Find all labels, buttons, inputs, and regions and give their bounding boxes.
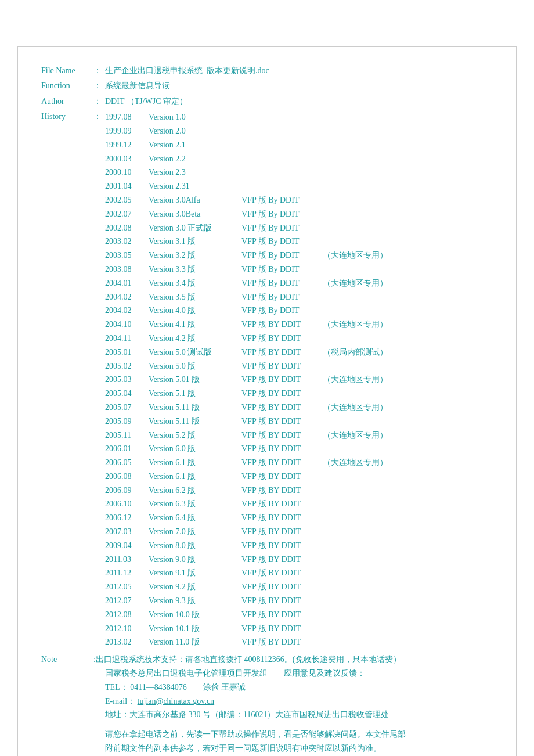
history-entry-date: 1999.09 (105, 124, 149, 138)
history-entry-version: Version 11.0 版 (149, 635, 241, 649)
history-entry-tech: VFP 版 By DDIT (241, 290, 323, 304)
note-reminder1: 请您在拿起电话之前，先读一下帮助或操作说明，看是否能够解决问题。本文件尾部 (105, 728, 493, 741)
history-entry-tech: VFP 版 BY DDIT (241, 456, 323, 470)
history-entry-tech: VFP 版 BY DDIT (241, 566, 323, 580)
history-entry-date: 2012.08 (105, 608, 149, 622)
history-entry-tech: VFP 版 BY DDIT (241, 359, 323, 373)
history-entry: 2004.11Version 4.2 版VFP 版 BY DDIT (105, 332, 388, 345)
history-entry-note: （大连地区专用） (323, 249, 388, 262)
history-entry-date: 2006.05 (105, 456, 149, 470)
history-entry-tech: VFP 版 BY DDIT (241, 622, 323, 636)
history-entry-date: 2006.12 (105, 511, 149, 525)
history-entry-tech: VFP 版 BY DDIT (241, 345, 323, 359)
note-tel-value: 0411—84384076 (130, 683, 186, 692)
history-entry: 2009.04Version 8.0 版VFP 版 BY DDIT (105, 539, 388, 553)
history-entry-version: Version 5.1 版 (149, 387, 241, 401)
history-entry-version: Version 10.0 版 (149, 608, 241, 622)
history-entry-version: Version 4.2 版 (149, 332, 241, 345)
document-container: File Name ： 生产企业出口退税申报系统_版本更新说明.doc Func… (17, 46, 517, 756)
history-entry: 2004.01Version 3.4 版VFP 版 By DDIT（大连地区专用… (105, 276, 388, 290)
history-entry: 2013.02Version 11.0 版VFP 版 BY DDIT (105, 635, 388, 649)
history-entry-version: Version 5.0 测试版 (149, 345, 241, 359)
author-label: Author (41, 95, 93, 108)
history-entry: 2005.01Version 5.0 测试版VFP 版 BY DDIT（税局内部… (105, 345, 388, 359)
history-entry: 2005.04Version 5.1 版VFP 版 BY DDIT (105, 387, 388, 401)
history-entry-date: 2003.02 (105, 235, 149, 249)
history-colon: ： (93, 110, 105, 649)
history-entry-tech: VFP 版 BY DDIT (241, 332, 323, 345)
history-entry-version: Version 2.31 (149, 179, 241, 193)
history-entry: 2003.02Version 3.1 版VFP 版 By DDIT (105, 235, 388, 249)
history-entry-version: Version 5.01 版 (149, 373, 241, 387)
history-entry-note: （大连地区专用） (323, 456, 388, 470)
history-entry-date: 2004.01 (105, 276, 149, 290)
history-entry-version: Version 3.2 版 (149, 249, 241, 262)
history-entry: 2003.08Version 3.3 版VFP 版 By DDIT (105, 262, 388, 276)
history-entry-date: 2006.09 (105, 484, 149, 498)
note-blank (105, 722, 493, 728)
history-entry-version: Version 2.2 (149, 152, 241, 166)
history-entry: 2006.05Version 6.1 版VFP 版 BY DDIT（大连地区专用… (105, 456, 388, 470)
history-row: History ： 1997.08Version 1.01999.09Versi… (41, 110, 493, 649)
history-entry-version: Version 3.0Beta (149, 207, 241, 221)
history-entry-date: 2002.08 (105, 221, 149, 235)
history-entry-date: 2012.07 (105, 594, 149, 608)
filename-value: 生产企业出口退税申报系统_版本更新说明.doc (105, 64, 493, 77)
history-entry-version: Version 6.0 版 (149, 442, 241, 456)
note-address: 地址：大连市高尔基路 330 号（邮编：116021）大连市国税局进出口税收管理… (105, 708, 493, 722)
note-email-link[interactable]: tujian@chinatax.gov.cn (138, 697, 215, 705)
note-line2: 国家税务总局出口退税电子化管理项目开发组——应用意见及建议反馈： (105, 667, 493, 681)
note-tel-label: TEL： (105, 683, 128, 692)
history-entry-date: 2009.04 (105, 539, 149, 553)
function-colon: ： (93, 80, 105, 92)
history-entry: 2012.10Version 10.1 版VFP 版 BY DDIT (105, 622, 388, 636)
history-entry: 2011.12Version 9.1 版VFP 版 BY DDIT (105, 566, 388, 580)
history-entry-date: 2003.05 (105, 249, 149, 262)
history-entry-date: 2007.03 (105, 525, 149, 539)
history-entry: 1999.12Version 2.1 (105, 138, 388, 152)
history-entry: 2004.02Version 3.5 版VFP 版 By DDIT (105, 290, 388, 304)
history-entry-date: 2005.09 (105, 415, 149, 429)
history-entry-version: Version 3.0 正式版 (149, 221, 241, 235)
history-entry-tech: VFP 版 BY DDIT (241, 318, 323, 332)
history-entry-version: Version 3.3 版 (149, 262, 241, 276)
author-colon: ： (93, 95, 105, 108)
history-entry-date: 2004.02 (105, 290, 149, 304)
history-entry-date: 2004.02 (105, 304, 149, 318)
history-entry-version: Version 5.11 版 (149, 415, 241, 429)
history-entries: 1997.08Version 1.01999.09Version 2.01999… (105, 110, 388, 649)
history-entry-version: Version 3.4 版 (149, 276, 241, 290)
history-entry-tech: VFP 版 BY DDIT (241, 429, 323, 442)
history-entry-date: 2000.03 (105, 152, 149, 166)
history-entry-date: 2011.03 (105, 553, 149, 567)
history-entry-tech: VFP 版 BY DDIT (241, 525, 323, 539)
history-entry-date: 2005.07 (105, 401, 149, 415)
history-entry-date: 2006.08 (105, 470, 149, 484)
history-entry-date: 2004.11 (105, 332, 149, 345)
history-entry-date: 2013.02 (105, 635, 149, 649)
history-entry-tech: VFP 版 BY DDIT (241, 373, 323, 387)
history-entry-tech: VFP 版 BY DDIT (241, 497, 323, 511)
history-entry-version: Version 6.1 版 (149, 470, 241, 484)
history-entry-version: Version 5.0 版 (149, 359, 241, 373)
history-entry-tech: VFP 版 By DDIT (241, 304, 323, 318)
history-entry: 2003.05Version 3.2 版VFP 版 By DDIT（大连地区专用… (105, 249, 388, 262)
history-entry-date: 2003.08 (105, 262, 149, 276)
history-entry-tech: VFP 版 BY DDIT (241, 539, 323, 553)
history-entry: 2006.10Version 6.3 版VFP 版 BY DDIT (105, 497, 388, 511)
history-entry-note: （大连地区专用） (323, 318, 388, 332)
author-value: DDIT （TJ/WJC 审定） (105, 95, 493, 108)
author-row: Author ： DDIT （TJ/WJC 审定） (41, 95, 493, 108)
history-entry-tech: VFP 版 By DDIT (241, 207, 323, 221)
history-entry: 2002.05Version 3.0AlfaVFP 版 By DDIT (105, 193, 388, 207)
note-row: Note :出口退税系统技术支持：请各地直接拨打 4008112366。(免收长… (41, 653, 493, 667)
history-entry-version: Version 5.11 版 (149, 401, 241, 415)
history-entry-version: Version 6.1 版 (149, 456, 241, 470)
history-entry: 2005.07Version 5.11 版VFP 版 BY DDIT（大连地区专… (105, 401, 388, 415)
function-value: 系统最新信息导读 (105, 80, 493, 92)
history-label: History (41, 110, 93, 649)
history-entry-version: Version 1.0 (149, 110, 241, 124)
history-entry-tech: VFP 版 By DDIT (241, 221, 323, 235)
history-entry-tech: VFP 版 BY DDIT (241, 594, 323, 608)
history-entry: 2006.12Version 6.4 版VFP 版 BY DDIT (105, 511, 388, 525)
